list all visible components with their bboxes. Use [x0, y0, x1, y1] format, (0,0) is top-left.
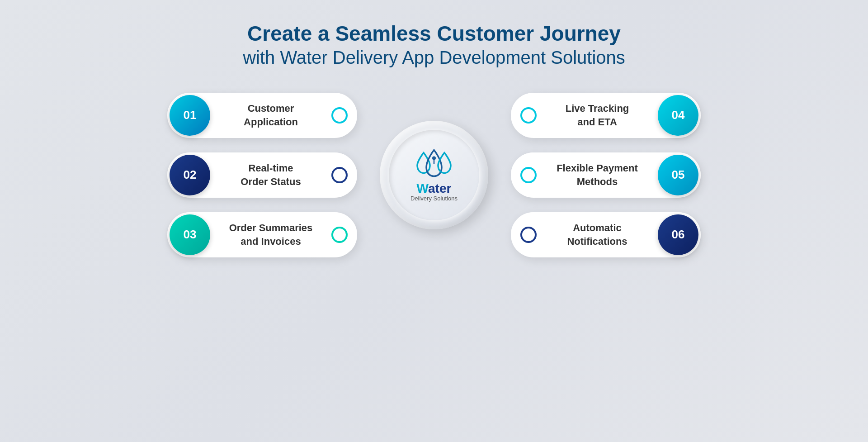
header-line1: Create a Seamless Customer Journey — [243, 22, 625, 46]
right-features: Live Trackingand ETA 04 Flexible Payment… — [511, 93, 701, 257]
logo-ater: ater — [428, 181, 451, 195]
num-circle-03: 03 — [170, 214, 210, 255]
num-circle-06: 06 — [658, 214, 698, 255]
feature-04-dot — [520, 107, 537, 124]
num-circle-04: 04 — [658, 95, 698, 136]
feature-05-dot — [520, 167, 537, 183]
logo-brand-text: Water — [417, 182, 452, 195]
feature-06: AutomaticNotifications 06 — [511, 212, 701, 257]
feature-05: Flexible PaymentMethods 05 — [511, 152, 701, 198]
header: Create a Seamless Customer Journey with … — [243, 22, 625, 69]
feature-04: Live Trackingand ETA 04 — [511, 93, 701, 138]
left-features: 01 CustomerApplication 02 Real-timeOrder… — [167, 93, 357, 257]
center-logo: Water Delivery Solutions — [380, 121, 488, 229]
feature-01-dot — [331, 107, 348, 124]
feature-02: 02 Real-timeOrder Status — [167, 152, 357, 198]
feature-03-dot — [331, 227, 348, 243]
logo-icon — [414, 147, 454, 179]
feature-02-dot — [331, 167, 348, 183]
diagram-area: 01 CustomerApplication 02 Real-timeOrder… — [118, 93, 750, 257]
feature-06-dot — [520, 227, 537, 243]
feature-03-label: Order Summariesand Invoices — [212, 221, 329, 248]
feature-01: 01 CustomerApplication — [167, 93, 357, 138]
num-circle-05: 05 — [658, 155, 698, 195]
page-wrapper: Create a Seamless Customer Journey with … — [0, 0, 868, 442]
header-line2: with Water Delivery App Development Solu… — [243, 46, 625, 69]
logo-subtitle: Delivery Solutions — [410, 195, 458, 203]
feature-03: 03 Order Summariesand Invoices — [167, 212, 357, 257]
num-circle-01: 01 — [170, 95, 210, 136]
center-logo-inner: Water Delivery Solutions — [389, 130, 479, 220]
feature-02-label: Real-timeOrder Status — [212, 162, 329, 188]
logo-w: W — [417, 181, 428, 195]
feature-04-label: Live Trackingand ETA — [539, 102, 656, 128]
feature-06-label: AutomaticNotifications — [539, 221, 656, 248]
feature-05-label: Flexible PaymentMethods — [539, 162, 656, 188]
feature-01-label: CustomerApplication — [212, 102, 329, 128]
num-circle-02: 02 — [170, 155, 210, 195]
